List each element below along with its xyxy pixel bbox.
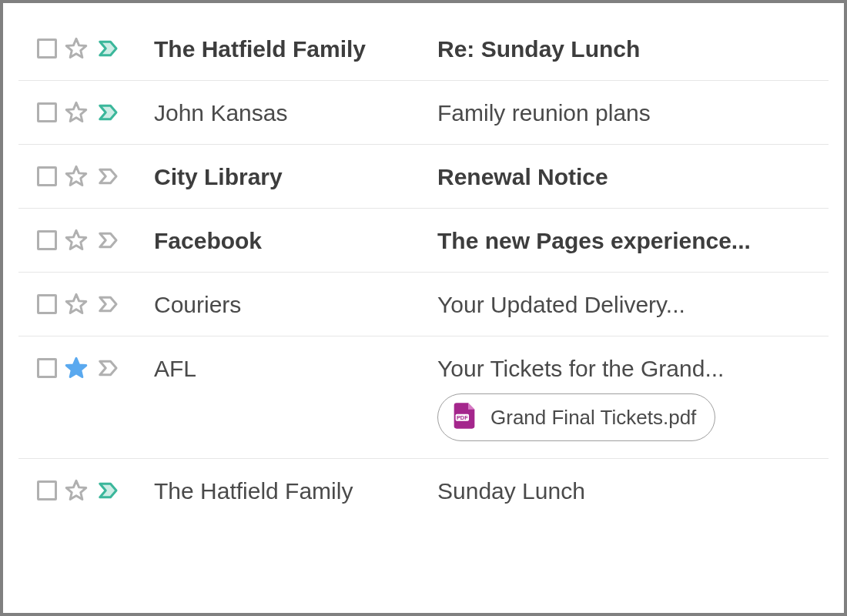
subject: Renewal Notice [437,162,816,191]
svg-marker-5 [66,358,86,377]
message-row[interactable]: The Hatfield FamilyRe: Sunday Lunch [18,17,829,81]
message-row[interactable]: City LibraryRenewal Notice [18,145,829,209]
select-checkbox[interactable] [37,480,57,500]
row-controls [37,476,154,504]
subject-block: Sunday Lunch [437,476,816,505]
star-icon[interactable] [63,355,89,381]
star-icon[interactable] [63,291,89,317]
important-icon[interactable] [95,163,122,189]
app-frame: The Hatfield FamilyRe: Sunday Lunch John… [3,3,844,613]
svg-marker-4 [66,294,86,313]
subject: Re: Sunday Lunch [437,34,816,63]
important-icon[interactable] [95,227,122,253]
attachment-name: Grand Final Tickets.pdf [490,406,696,430]
svg-text:PDF: PDF [457,414,468,421]
subject: Family reunion plans [437,98,816,127]
select-checkbox[interactable] [37,230,57,250]
row-controls [37,226,154,253]
subject-block: Family reunion plans [437,98,816,127]
svg-marker-8 [66,480,86,499]
message-row[interactable]: The Hatfield FamilySunday Lunch [18,459,829,522]
sender: Couriers [154,290,437,319]
subject: Your Updated Delivery... [437,290,816,319]
sender: John Kansas [154,98,437,127]
message-list: The Hatfield FamilyRe: Sunday Lunch John… [18,17,829,522]
select-checkbox[interactable] [37,294,57,314]
subject-block: Re: Sunday Lunch [437,34,816,63]
row-controls [37,353,154,381]
subject-block: Your Updated Delivery... [437,290,816,319]
row-controls [37,34,154,62]
important-icon[interactable] [95,477,122,504]
subject: Sunday Lunch [437,476,816,505]
select-checkbox[interactable] [37,358,57,378]
star-icon[interactable] [63,35,89,62]
sender: AFL [154,353,437,383]
row-controls [37,162,154,189]
sender: The Hatfield Family [154,34,437,63]
subject-block: Renewal Notice [437,162,816,191]
important-icon[interactable] [95,99,122,126]
message-row[interactable]: CouriersYour Updated Delivery... [18,273,829,336]
svg-marker-0 [66,38,86,57]
sender: The Hatfield Family [154,476,437,505]
sender: City Library [154,162,437,191]
star-icon[interactable] [63,99,89,126]
subject: The new Pages experience... [437,226,816,255]
subject: Your Tickets for the Grand... [437,353,816,383]
row-controls [37,290,154,317]
attachment-chip[interactable]: PDF Grand Final Tickets.pdf [437,393,715,441]
important-icon[interactable] [95,35,122,62]
message-row[interactable]: John KansasFamily reunion plans [18,81,829,145]
sender: Facebook [154,226,437,255]
svg-marker-3 [66,230,86,249]
subject-block: Your Tickets for the Grand... PDF Grand … [437,353,816,441]
row-controls [37,98,154,126]
important-icon[interactable] [95,355,122,381]
svg-marker-1 [66,102,86,121]
svg-marker-2 [66,166,86,185]
star-icon[interactable] [63,477,89,504]
important-icon[interactable] [95,291,122,317]
star-icon[interactable] [63,227,89,253]
star-icon[interactable] [63,163,89,189]
pdf-icon: PDF [449,400,480,434]
subject-block: The new Pages experience... [437,226,816,255]
select-checkbox[interactable] [37,166,57,186]
message-row[interactable]: AFLYour Tickets for the Grand... PDF Gra… [18,336,829,459]
select-checkbox[interactable] [37,102,57,122]
select-checkbox[interactable] [37,38,57,59]
message-row[interactable]: FacebookThe new Pages experience... [18,209,829,273]
